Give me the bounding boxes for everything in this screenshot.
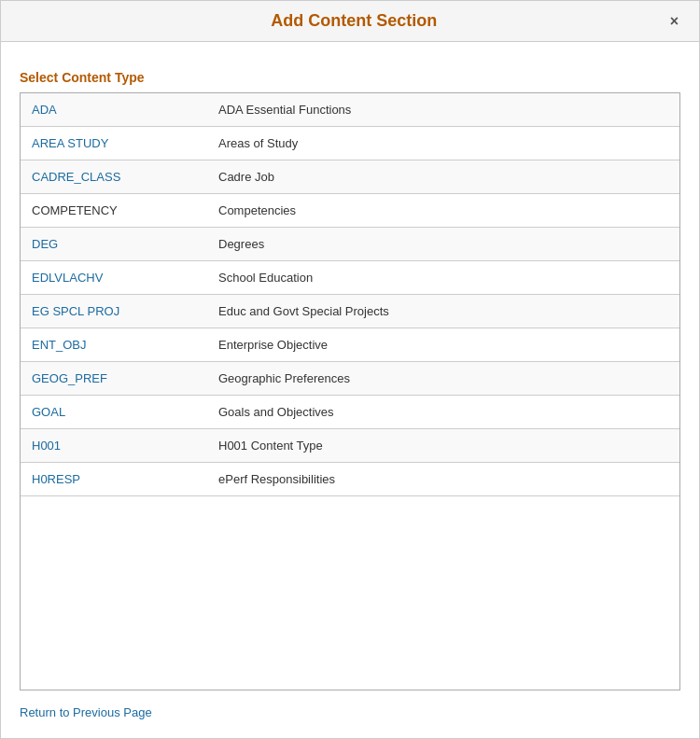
row-code[interactable]: DEG (21, 228, 207, 261)
row-description: ADA Essential Functions (207, 93, 679, 127)
table-row: ADAADA Essential Functions (21, 93, 679, 127)
row-description: Geographic Preferences (207, 362, 679, 396)
row-description: ePerf Responsibilities (207, 463, 679, 496)
row-code: COMPETENCY (21, 194, 207, 228)
row-description: Degrees (207, 228, 679, 261)
close-button[interactable]: × (665, 11, 684, 32)
table-row: COMPETENCYCompetencies (21, 194, 679, 228)
dialog-body: Select Content Type ADAADA Essential Fun… (1, 42, 699, 738)
table-row: H0RESPePerf Responsibilities (21, 463, 679, 496)
row-description: Areas of Study (207, 127, 679, 160)
table-row: EG SPCL PROJEduc and Govt Special Projec… (21, 295, 679, 328)
dialog-container: Add Content Section × Select Content Typ… (0, 0, 700, 739)
row-code[interactable]: GOAL (21, 396, 207, 429)
dialog-title: Add Content Section (44, 11, 665, 31)
row-code[interactable]: ENT_OBJ (21, 328, 207, 362)
table-row: EDLVLACHVSchool Education (21, 261, 679, 295)
row-description: Enterprise Objective (207, 328, 679, 362)
row-description: Educ and Govt Special Projects (207, 295, 679, 328)
table-row: ENT_OBJEnterprise Objective (21, 328, 679, 362)
table-row: H001H001 Content Type (21, 429, 679, 463)
table-scroll[interactable]: ADAADA Essential FunctionsAREA STUDYArea… (21, 93, 679, 634)
section-label: Select Content Type (20, 70, 680, 85)
table-row: DEGDegrees (21, 228, 679, 261)
row-description: Competencies (207, 194, 679, 228)
row-description: Goals and Objectives (207, 396, 679, 429)
content-type-table: ADAADA Essential FunctionsAREA STUDYArea… (21, 93, 679, 496)
row-description: Cadre Job (207, 160, 679, 194)
row-code[interactable]: EG SPCL PROJ (21, 295, 207, 328)
row-description: School Education (207, 261, 679, 295)
row-code[interactable]: ADA (21, 93, 207, 127)
table-wrapper: ADAADA Essential FunctionsAREA STUDYArea… (20, 92, 680, 690)
table-row: GEOG_PREFGeographic Preferences (21, 362, 679, 396)
row-code[interactable]: H001 (21, 429, 207, 463)
table-row: CADRE_CLASSCadre Job (21, 160, 679, 194)
table-row: GOALGoals and Objectives (21, 396, 679, 429)
row-code[interactable]: CADRE_CLASS (21, 160, 207, 194)
dialog-header: Add Content Section × (1, 1, 699, 42)
row-code[interactable]: EDLVLACHV (21, 261, 207, 295)
row-code[interactable]: AREA STUDY (21, 127, 207, 160)
row-code[interactable]: H0RESP (21, 463, 207, 496)
table-row: AREA STUDYAreas of Study (21, 127, 679, 160)
return-previous-page-link[interactable]: Return to Previous Page (20, 705, 680, 719)
row-description: H001 Content Type (207, 429, 679, 463)
row-code[interactable]: GEOG_PREF (21, 362, 207, 396)
